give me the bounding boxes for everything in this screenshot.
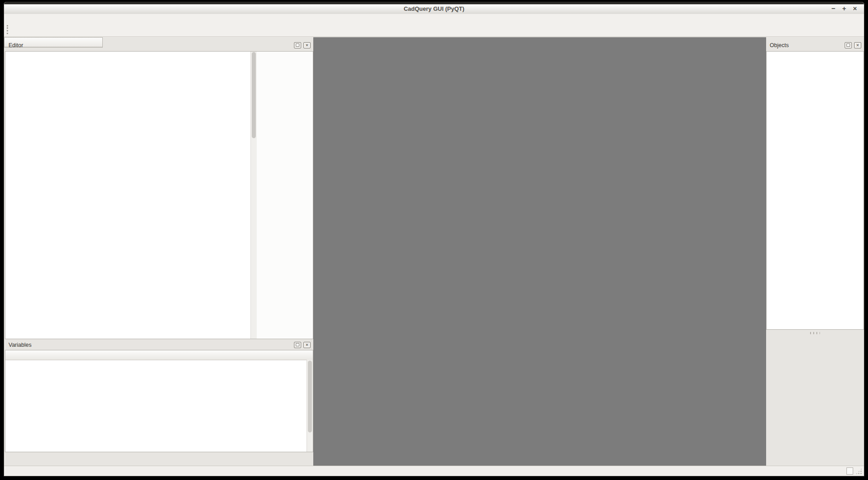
editor-dock-title: Editor xyxy=(9,42,292,48)
variables-table xyxy=(5,350,313,452)
splitter-grip-icon xyxy=(810,332,820,334)
variables-dock-title: Variables xyxy=(9,342,292,348)
status-indicator xyxy=(846,467,853,475)
close-button[interactable]: × xyxy=(850,4,860,12)
variables-dock: Variables ✕ xyxy=(5,340,313,452)
app-window: CadQuery GUI (PyQT) −+× Editor ✕ Variabl… xyxy=(4,2,864,476)
variables-table-header xyxy=(5,350,313,360)
code-area[interactable] xyxy=(5,52,250,339)
minimize-button[interactable]: − xyxy=(828,4,839,12)
editor-scrollbar[interactable] xyxy=(250,52,257,339)
maximize-button[interactable]: + xyxy=(839,4,850,12)
editor-close-icon[interactable]: ✕ xyxy=(303,42,311,48)
objects-dock: Objects ✕ xyxy=(766,39,864,330)
objects-close-icon[interactable]: ✕ xyxy=(854,42,861,48)
variables-dock-titlebar: Variables ✕ xyxy=(5,340,313,350)
variables-float-icon[interactable] xyxy=(294,342,301,348)
variables-scrollbar[interactable] xyxy=(307,360,313,452)
bottom-tab-bar xyxy=(5,454,313,466)
window-title: CadQuery GUI (PyQT) xyxy=(4,4,864,13)
objects-dock-title: Objects xyxy=(770,42,842,48)
code-editor[interactable] xyxy=(5,51,313,339)
editor-dock: Editor ✕ xyxy=(5,39,313,339)
toolbar-drag-handle[interactable] xyxy=(7,25,9,34)
right-panel-splitter[interactable] xyxy=(766,331,864,335)
window-controls: −+× xyxy=(828,4,860,13)
objects-tree xyxy=(766,51,864,330)
titlebar[interactable]: CadQuery GUI (PyQT) −+× xyxy=(4,2,864,14)
editor-dock-titlebar: Editor ✕ xyxy=(5,39,313,51)
toolbar xyxy=(4,23,864,37)
editor-float-icon[interactable] xyxy=(294,42,301,48)
objects-dock-titlebar: Objects ✕ xyxy=(766,39,864,51)
editor-scrollbar-thumb[interactable] xyxy=(252,52,256,138)
editor-empty-area xyxy=(257,52,313,339)
main-area: Editor ✕ Variables ✕ xyxy=(4,37,864,466)
menubar xyxy=(4,14,864,23)
status-bar xyxy=(4,466,864,476)
resize-grip[interactable] xyxy=(855,468,862,475)
variables-close-icon[interactable]: ✕ xyxy=(303,342,311,348)
viewport-3d[interactable] xyxy=(313,37,766,466)
variables-scrollbar-thumb[interactable] xyxy=(308,361,312,432)
objects-float-icon[interactable] xyxy=(845,42,852,48)
